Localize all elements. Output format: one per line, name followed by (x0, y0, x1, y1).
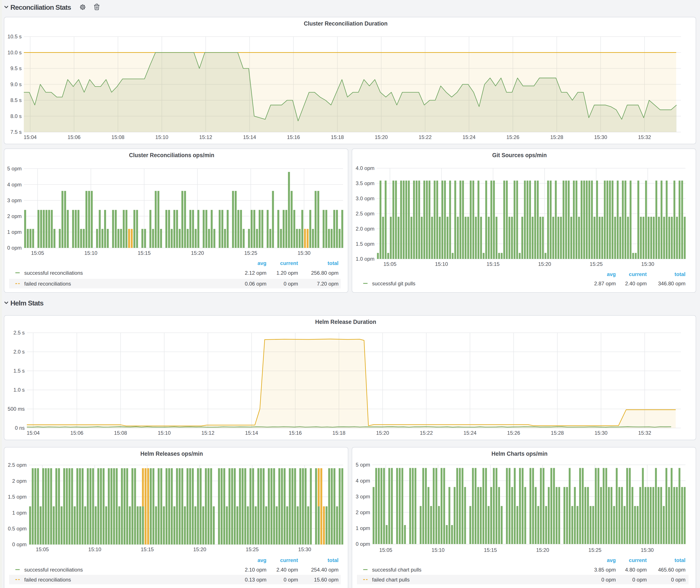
svg-text:15:28: 15:28 (551, 430, 564, 436)
svg-text:1.5 opm: 1.5 opm (8, 494, 27, 500)
svg-text:2 opm: 2 opm (356, 509, 370, 515)
svg-text:2.87 opm: 2.87 opm (594, 281, 616, 286)
svg-text:15:16: 15:16 (289, 430, 302, 436)
svg-text:2.10 opm: 2.10 opm (245, 567, 266, 573)
svg-text:15:15: 15:15 (487, 261, 500, 267)
svg-text:15:15: 15:15 (484, 547, 497, 553)
svg-text:1.5 s: 1.5 s (13, 368, 25, 374)
svg-text:15:06: 15:06 (68, 134, 81, 140)
svg-text:2.5 opm: 2.5 opm (356, 211, 374, 216)
svg-text:15:28: 15:28 (550, 134, 563, 140)
svg-text:7.5 s: 7.5 s (10, 129, 22, 135)
svg-text:0 opm: 0 opm (12, 541, 27, 547)
svg-text:successful chart pulls: successful chart pulls (372, 567, 421, 573)
svg-text:3 opm: 3 opm (356, 494, 370, 499)
svg-text:15:24: 15:24 (463, 430, 476, 436)
svg-text:2.0 s: 2.0 s (13, 349, 25, 355)
svg-text:15:18: 15:18 (331, 134, 344, 140)
svg-text:15:26: 15:26 (506, 134, 519, 140)
svg-text:total: total (674, 271, 685, 277)
svg-text:15:04: 15:04 (24, 134, 37, 140)
svg-text:15:12: 15:12 (199, 134, 212, 140)
svg-text:15:32: 15:32 (638, 134, 651, 140)
svg-text:15:32: 15:32 (638, 430, 651, 436)
svg-text:15:30: 15:30 (595, 430, 608, 436)
svg-text:0 ns: 0 ns (15, 425, 25, 431)
svg-text:15:16: 15:16 (287, 134, 300, 140)
svg-text:0 opm: 0 opm (284, 281, 298, 287)
svg-text:10.0 s: 10.0 s (8, 50, 22, 55)
svg-text:0 opm: 0 opm (632, 577, 647, 583)
svg-text:avg: avg (607, 271, 616, 277)
svg-text:15:05: 15:05 (36, 546, 49, 552)
svg-text:15:20: 15:20 (193, 546, 206, 552)
svg-text:15:10: 15:10 (155, 134, 168, 140)
svg-text:0 opm: 0 opm (356, 541, 370, 547)
svg-text:15:04: 15:04 (27, 430, 40, 436)
svg-text:15:30: 15:30 (641, 547, 654, 553)
svg-text:15:08: 15:08 (111, 134, 124, 140)
svg-text:465.60 opm: 465.60 opm (658, 567, 685, 573)
svg-text:1.0 opm: 1.0 opm (356, 256, 374, 262)
svg-text:total: total (327, 260, 339, 266)
svg-text:Cluster Reconciliations ops/mi: Cluster Reconciliations ops/min (129, 152, 214, 158)
svg-text:2.40 opm: 2.40 opm (625, 281, 647, 286)
svg-text:Helm Releases ops/min: Helm Releases ops/min (140, 451, 203, 457)
svg-text:5 opm: 5 opm (7, 166, 22, 171)
svg-text:15.60 opm: 15.60 opm (314, 577, 339, 583)
svg-text:0 opm: 0 opm (7, 245, 22, 251)
svg-text:15:26: 15:26 (507, 430, 520, 436)
svg-text:15:22: 15:22 (420, 430, 433, 436)
svg-text:15:25: 15:25 (589, 547, 602, 553)
svg-text:current: current (629, 271, 647, 277)
svg-text:15:20: 15:20 (536, 547, 549, 553)
svg-text:15:30: 15:30 (594, 134, 607, 140)
svg-text:254.40 opm: 254.40 opm (311, 567, 339, 573)
svg-text:1 opm: 1 opm (7, 229, 22, 235)
svg-text:failed reconciliations: failed reconciliations (24, 577, 71, 583)
svg-text:2 opm: 2 opm (12, 478, 27, 484)
svg-text:1 opm: 1 opm (356, 525, 370, 531)
svg-text:total: total (674, 557, 685, 563)
svg-text:5 opm: 5 opm (356, 462, 370, 468)
svg-text:15:10: 15:10 (432, 547, 445, 553)
svg-text:Helm Release Duration: Helm Release Duration (315, 319, 376, 325)
svg-text:9.5 s: 9.5 s (10, 65, 22, 71)
svg-text:15:06: 15:06 (70, 430, 83, 436)
svg-text:15:25: 15:25 (590, 261, 603, 267)
svg-text:15:30: 15:30 (298, 546, 311, 552)
svg-text:15:25: 15:25 (244, 250, 257, 256)
svg-text:15:10: 15:10 (158, 430, 171, 436)
svg-text:0 opm: 0 opm (601, 577, 616, 583)
svg-text:3.0 opm: 3.0 opm (356, 195, 374, 201)
svg-text:avg: avg (258, 260, 266, 266)
svg-text:0.13 opm: 0.13 opm (245, 577, 266, 583)
svg-text:8.0 s: 8.0 s (10, 113, 22, 119)
svg-text:15:20: 15:20 (191, 250, 204, 256)
svg-text:0 opm: 0 opm (284, 577, 298, 583)
svg-text:15:22: 15:22 (419, 134, 432, 140)
svg-text:avg: avg (607, 557, 616, 563)
svg-text:15:10: 15:10 (435, 261, 448, 267)
svg-text:15:30: 15:30 (298, 250, 311, 256)
svg-text:total: total (327, 557, 339, 563)
svg-text:15:20: 15:20 (375, 134, 388, 140)
svg-text:2.12 opm: 2.12 opm (245, 270, 266, 276)
svg-text:15:15: 15:15 (138, 250, 151, 256)
svg-text:15:24: 15:24 (463, 134, 476, 140)
svg-text:current: current (629, 557, 647, 563)
svg-text:15:10: 15:10 (88, 546, 101, 552)
svg-text:15:14: 15:14 (243, 134, 256, 140)
svg-text:2.5 s: 2.5 s (13, 330, 25, 336)
svg-text:15:10: 15:10 (84, 250, 97, 256)
svg-text:15:14: 15:14 (245, 430, 258, 436)
svg-text:15:08: 15:08 (114, 430, 127, 436)
svg-text:Cluster Reconciliation Duratio: Cluster Reconciliation Duration (304, 20, 388, 27)
svg-text:0.06 opm: 0.06 opm (245, 281, 266, 287)
svg-text:current: current (280, 260, 298, 266)
svg-text:10.5 s: 10.5 s (8, 34, 22, 39)
svg-text:4.80 opm: 4.80 opm (625, 567, 647, 573)
svg-text:2.40 opm: 2.40 opm (276, 567, 298, 573)
svg-text:failed chart pulls: failed chart pulls (372, 577, 410, 583)
svg-text:15:05: 15:05 (383, 261, 396, 267)
